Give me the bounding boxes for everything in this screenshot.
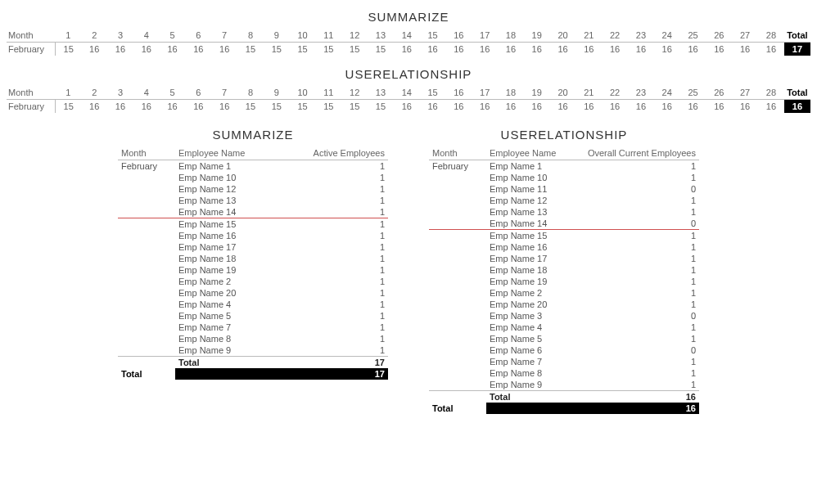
month-cell	[118, 195, 175, 206]
col-day: 9	[264, 86, 290, 100]
value-cell: 1	[278, 206, 388, 218]
table-row: Emp Name 110	[429, 183, 699, 195]
table-row: Emp Name 51	[429, 333, 699, 344]
table-row: Emp Name 71	[118, 322, 388, 333]
value-cell: 16	[576, 100, 602, 114]
value-cell: 15	[341, 100, 368, 114]
col-day: 15	[420, 86, 446, 100]
employee-name-cell: Emp Name 10	[175, 172, 278, 183]
value-cell: 1	[278, 160, 388, 173]
value-cell: 15	[315, 43, 341, 56]
col-day: 24	[654, 29, 680, 43]
month-cell	[429, 218, 486, 230]
employee-name-cell: Emp Name 18	[486, 264, 569, 276]
employee-name-cell: Emp Name 2	[175, 276, 278, 287]
table-row: Emp Name 171	[429, 253, 699, 264]
value-cell: 1	[278, 253, 388, 264]
value-cell: 15	[368, 43, 394, 56]
col-day: 27	[732, 86, 758, 100]
col-day: 3	[107, 29, 133, 43]
subtotal-row: Total17	[118, 357, 388, 369]
employee-name-cell: Emp Name 9	[486, 379, 569, 391]
value-cell: 1	[569, 160, 699, 173]
value-cell: 1	[569, 276, 699, 287]
employee-name-cell: Emp Name 8	[486, 367, 569, 379]
month-cell	[429, 206, 486, 218]
table-row: Emp Name 30	[429, 310, 699, 322]
value-cell: 16	[680, 43, 706, 56]
month-cell	[118, 230, 175, 241]
month-cell: February	[7, 100, 56, 114]
employee-name-cell: Emp Name 18	[175, 253, 278, 264]
col-day: 12	[341, 86, 368, 100]
employee-name-cell: Emp Name 8	[175, 333, 278, 344]
value-cell: 16	[732, 43, 758, 56]
table-row: Emp Name 41	[429, 322, 699, 333]
table-row: FebruaryEmp Name 11	[118, 160, 388, 173]
employee-name-cell: Emp Name 2	[486, 287, 569, 299]
col-day: 8	[237, 86, 264, 100]
table-row: Emp Name 151	[429, 230, 699, 242]
col-day: 28	[758, 29, 784, 43]
value-cell: 1	[278, 333, 388, 344]
month-cell	[118, 264, 175, 276]
col-day: 2	[81, 86, 107, 100]
value-cell: 16	[472, 43, 498, 56]
value-cell: 16	[550, 100, 576, 114]
col-total: Total	[784, 86, 810, 100]
table-row: Emp Name 91	[118, 344, 388, 357]
month-cell	[429, 195, 486, 206]
col-day: 1	[56, 86, 82, 100]
month-cell	[429, 172, 486, 183]
col-day: 28	[758, 86, 784, 100]
value-cell: 1	[569, 195, 699, 206]
employee-name-cell: Emp Name 14	[486, 218, 569, 230]
col-day: 7	[211, 29, 237, 43]
employee-name-cell: Emp Name 5	[175, 310, 278, 322]
value-cell: 1	[569, 253, 699, 264]
employee-name-cell: Emp Name 1	[486, 160, 569, 173]
grand-total-label: Total	[429, 403, 486, 414]
value-cell: 15	[290, 100, 316, 114]
month-cell	[429, 241, 486, 253]
value-cell: 16	[654, 43, 680, 56]
month-cell	[429, 367, 486, 379]
col-day: 16	[445, 29, 472, 43]
employee-name-cell: Emp Name 11	[486, 183, 569, 195]
value-cell: 1	[278, 172, 388, 183]
table-row: Emp Name 161	[118, 230, 388, 241]
col-day: 19	[524, 29, 550, 43]
value-cell: 16	[81, 43, 107, 56]
total-cell: 17	[784, 43, 810, 56]
employee-name-cell: Emp Name 13	[486, 206, 569, 218]
col-day: 5	[160, 29, 186, 43]
value-cell: 16	[602, 100, 628, 114]
value-cell: 1	[569, 379, 699, 391]
table-row: Emp Name 131	[429, 206, 699, 218]
value-cell: 16	[185, 100, 211, 114]
table-row: Emp Name 140	[429, 218, 699, 230]
value-cell: 16	[758, 100, 784, 114]
col-day: 14	[394, 29, 420, 43]
section-title: USERELATIONSHIP	[7, 67, 810, 81]
total-cell: 16	[784, 100, 810, 114]
value-cell: 1	[569, 230, 699, 242]
value-cell: 16	[107, 100, 133, 114]
value-cell: 16	[550, 43, 576, 56]
col-day: 20	[550, 86, 576, 100]
value-cell: 15	[368, 100, 394, 114]
value-cell: 16	[758, 43, 784, 56]
table-row: Emp Name 60	[429, 344, 699, 356]
value-cell: 16	[706, 100, 732, 114]
month-cell	[429, 299, 486, 310]
table-row: Emp Name 21	[429, 287, 699, 299]
grand-total-row: Total17	[118, 368, 388, 380]
value-cell: 15	[237, 43, 264, 56]
month-cell	[429, 276, 486, 287]
value-cell: 15	[264, 43, 290, 56]
col-day: 12	[341, 29, 368, 43]
table-row: FebruaryEmp Name 11	[429, 160, 699, 173]
month-cell	[429, 264, 486, 276]
value-cell: 15	[56, 100, 82, 114]
subtotal-row: Total16	[429, 391, 699, 403]
